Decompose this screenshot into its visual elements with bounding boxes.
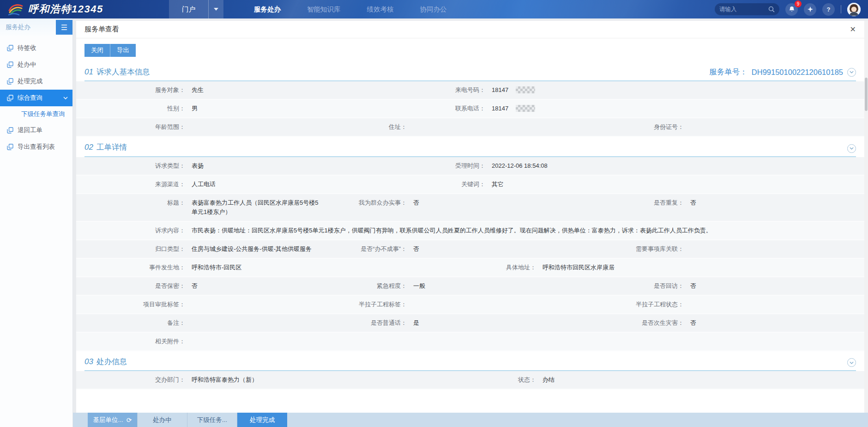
sidebar-subitem-label: 下级任务单查询: [21, 110, 65, 118]
task-copy-icon: [7, 61, 13, 68]
nav-collaborative-office[interactable]: 协同办公: [420, 5, 447, 14]
tab-label: 处办中: [153, 416, 172, 424]
app-logo: 呼和浩特12345: [7, 2, 169, 16]
section-number: 03: [84, 357, 93, 366]
field-category-label: 归口类型：: [76, 244, 192, 254]
sidebar-item-processing[interactable]: 处办中: [0, 56, 72, 73]
refresh-icon: ⟳: [127, 416, 132, 424]
service-order-number-label: 服务单号：: [709, 67, 747, 77]
app-title: 呼和浩特12345: [28, 2, 103, 16]
notification-badge: 9: [795, 0, 802, 7]
tab-label: 处理完成: [250, 416, 275, 424]
field-gender-label: 性别：: [76, 104, 192, 113]
sidebar-item-pending-sign[interactable]: 待签收: [0, 40, 72, 56]
question-mark-icon: ?: [827, 6, 831, 13]
section-title: 处办信息: [96, 357, 127, 367]
field-gender-value: 男: [192, 104, 399, 113]
sidebar-subitem-subordinate-task-query[interactable]: 下级任务单查询: [0, 106, 72, 122]
field-appeal-content-label: 诉求内容：: [76, 226, 192, 235]
form-row: 年龄范围： 住址： 身份证号：: [76, 118, 864, 137]
field-contact-phone-value: 18147: [492, 104, 864, 113]
notifications-button[interactable]: 9: [785, 3, 798, 16]
global-search[interactable]: [715, 3, 779, 15]
hamburger-icon: ☰: [61, 23, 67, 32]
task-copy-icon: [7, 45, 13, 51]
field-is-secondary-disaster-value: 否: [690, 318, 864, 328]
tab-grassroots-unit[interactable]: 基层单位... ⟳: [88, 413, 138, 427]
section-collapse-button[interactable]: [847, 358, 856, 367]
close-button[interactable]: 关闭: [84, 44, 110, 57]
field-detail-address-label: 具体地址：: [450, 263, 542, 272]
sidebar-item-completed[interactable]: 处理完成: [0, 73, 72, 90]
sidebar-collapse-button[interactable]: ☰: [56, 20, 72, 35]
close-icon[interactable]: ✕: [850, 26, 856, 33]
form-row: 备注： 是否普通话： 是 是否次生灾害： 否: [76, 314, 864, 333]
compass-button[interactable]: [804, 3, 816, 16]
caret-down-icon: [214, 8, 218, 11]
sidebar-item-comprehensive-query[interactable]: 综合查询: [0, 90, 72, 106]
field-is-mandarin-value: 是: [413, 318, 575, 328]
field-service-target-label: 服务对象：: [76, 85, 192, 95]
sidebar-menu: 待签收 处办中 处理完成 综合查询 下级任务单查询 退回工单 导出查看列表: [0, 36, 72, 155]
tab-process-complete[interactable]: 处理完成: [237, 413, 287, 427]
field-urgency-value: 一般: [413, 281, 575, 291]
panel-title-bar: 服务单查看 ✕: [76, 21, 864, 38]
field-attachments-label: 相关附件：: [76, 337, 192, 346]
chevron-down-icon: [63, 97, 68, 99]
help-button[interactable]: ?: [822, 3, 835, 16]
export-button[interactable]: 导出: [110, 44, 136, 57]
field-appeal-type-value: 表扬: [192, 161, 399, 171]
field-assign-department-value: 呼和浩特富泰热力（新）: [192, 375, 450, 384]
field-unfinished-project-tag-label: 半拉子工程标签：: [330, 300, 413, 309]
nav-service-handling[interactable]: 服务处办: [254, 5, 281, 14]
sidebar-item-export-list[interactable]: 导出查看列表: [0, 139, 72, 155]
top-navigation-bar: 呼和浩特12345 门户 服务处办 智能知识库 绩效考核 协同办公: [0, 0, 868, 18]
sidebar-item-returned-orders[interactable]: 退回工单: [0, 122, 72, 139]
field-remark-label: 备注：: [76, 318, 192, 328]
left-sidebar: 服务处办 ☰ 待签收 处办中 处理完成 综合查询 下级任务单查询 退回工单: [0, 18, 73, 427]
field-id-number-label: 身份证号：: [575, 122, 690, 132]
portal-caret-button[interactable]: [209, 0, 223, 18]
tab-subordinate-task[interactable]: 下级任务...: [187, 413, 237, 427]
field-for-the-people-value: 否: [413, 198, 575, 207]
field-contact-phone-label: 联系电话：: [399, 104, 492, 113]
topbar-divider: [841, 5, 841, 13]
field-project-approval-tag-label: 项目审批标签：: [76, 300, 192, 309]
portal-menu-button[interactable]: 门户: [169, 0, 223, 18]
field-item-library-link-label: 需要事项库关联：: [575, 244, 690, 254]
section-number: 02: [84, 143, 93, 152]
nav-knowledge-base[interactable]: 智能知识库: [307, 5, 341, 14]
task-copy-icon: [7, 95, 13, 101]
sidebar-item-label: 综合查询: [18, 94, 42, 102]
compass-icon: [807, 6, 814, 12]
field-address-label: 住址：: [330, 122, 413, 132]
section-title: 诉求人基本信息: [96, 67, 150, 77]
tab-processing[interactable]: 处办中: [138, 413, 187, 427]
portal-label[interactable]: 门户: [169, 0, 209, 18]
field-event-location-value: 呼和浩特市-回民区: [192, 263, 450, 272]
form-row: 性别： 男 联系电话： 18147: [76, 100, 864, 118]
search-input[interactable]: [719, 6, 768, 12]
field-cannot-be-done-label: 是否“办不成事”：: [330, 244, 413, 254]
field-accept-time-value: 2022-12-06 18:54:08: [492, 161, 864, 171]
field-accept-time-label: 受理时间：: [399, 161, 492, 171]
user-avatar[interactable]: [847, 3, 861, 16]
scrollbar-thumb[interactable]: [865, 78, 868, 111]
form-row: 诉求内容： 市民表扬：供暖地址：回民区水岸康居5号楼5单元1楼东户，供暖阀门有异…: [76, 222, 864, 240]
section-collapse-button[interactable]: [847, 68, 856, 77]
form-row: 归口类型： 住房与城乡建设-公共服务-供暖-其他供暖服务 是否“办不成事”： 否…: [76, 240, 864, 259]
nav-performance-assessment[interactable]: 绩效考核: [367, 5, 394, 14]
section-1-header: 01 诉求人基本信息 服务单号： DH9915010022120610185: [84, 67, 856, 81]
page-title: 服务单查看: [84, 25, 119, 34]
field-appeal-content-value: 市民表扬：供暖地址：回民区水岸康居5号楼5单元1楼东户，供暖阀门有异响，联系供暖…: [192, 226, 864, 235]
field-is-secondary-disaster-label: 是否次生灾害：: [575, 318, 690, 328]
service-order-number: 服务单号： DH9915010022120610185: [709, 67, 856, 77]
section-collapse-button[interactable]: [847, 144, 856, 153]
toolbar-button-group: 关闭 导出: [84, 44, 136, 57]
form-row: 项目审批标签： 半拉子工程标签： 半拉子工程状态：: [76, 296, 864, 314]
logo-swoosh-icon: [7, 3, 24, 16]
form-row: 来源渠道： 人工电话 关键词： 其它: [76, 176, 864, 194]
section-title: 工单详情: [96, 142, 127, 152]
panel-toolbar: 关闭 导出: [76, 38, 864, 61]
form-row: 诉求类型： 表扬 受理时间： 2022-12-06 18:54:08: [76, 157, 864, 176]
